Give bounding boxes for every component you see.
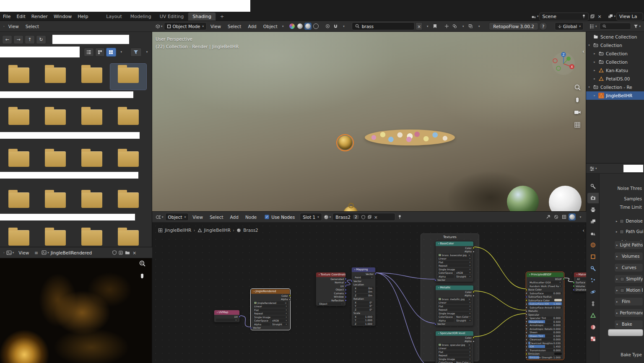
shader-type-select[interactable]: Object▾ [165, 213, 189, 221]
outliner-item-collection[interactable]: ▾Collection [586, 41, 644, 49]
viewlayer-browse-button[interactable]: ▾ [607, 13, 616, 21]
node-object-field[interactable]: Object◦ [316, 302, 345, 306]
file-folder-item[interactable] [37, 189, 73, 215]
expand-arrow[interactable]: ▾ [616, 323, 620, 326]
properties-tab-world[interactable] [587, 240, 599, 250]
breadcrumb-object[interactable]: JingleBellHR [165, 228, 191, 233]
node-slider-subsurface-anisotropy[interactable]: Subsurface Anisotropy0.000 [527, 306, 564, 309]
bake-button[interactable] [608, 329, 643, 336]
input-socket[interactable] [525, 346, 527, 348]
clear-search-button[interactable]: × [415, 22, 423, 30]
node-dropdown-linear[interactable]: Linear▾ [436, 347, 473, 350]
viewport-canvas[interactable]: User Perspective (22) Collection - Rende… [152, 32, 586, 212]
editor-type-button[interactable]: ▾ [155, 213, 164, 221]
output-socket[interactable] [473, 295, 475, 297]
properties-tab-view-layer[interactable] [587, 216, 599, 227]
input-socket[interactable] [525, 328, 527, 330]
output-socket[interactable] [563, 278, 565, 280]
breadcrumb-mesh[interactable]: JingleBellHR [204, 228, 231, 233]
new-scene-button[interactable] [589, 13, 596, 21]
node-mapping[interactable]: ▾MappingVectorPoint▾VectorLocationX0mY0m… [351, 267, 376, 326]
input-socket[interactable] [525, 353, 527, 355]
section-checkbox[interactable] [620, 277, 624, 281]
editor-type-button[interactable]: ▾ [155, 22, 163, 30]
breadcrumb-material[interactable]: Brass2 [243, 228, 258, 233]
properties-tab-scene[interactable] [587, 228, 599, 239]
node-header[interactable]: ▾BaseColor [436, 241, 473, 246]
node-slider-subsurface-ior[interactable]: Subsurface IOR1.400 [527, 302, 564, 306]
rendered-image-canvas[interactable] [0, 258, 152, 363]
thumbnail-view-button[interactable] [106, 48, 116, 57]
expand-arrow[interactable]: ▸ [616, 255, 620, 258]
node-dropdown-repeat[interactable]: Repeat▾ [436, 308, 473, 312]
delete-scene-button[interactable]: × [596, 13, 603, 21]
overlays-dropdown[interactable]: ▾ [459, 22, 466, 30]
node-specular-ior-level[interactable]: ▾Specular/IOR levelColorAlphabrass_specu… [435, 331, 474, 363]
tab-layout[interactable]: Layout [102, 13, 126, 21]
node-dropdown-all[interactable]: All▾ [574, 277, 586, 281]
node-texture-coordinate[interactable]: ▾Texture CoordinateGeneratedNormalUVObje… [316, 272, 346, 306]
node-dropdown-repeat[interactable]: Repeat▾ [436, 264, 473, 268]
transform-orientation-select[interactable]: Global▾ [555, 22, 584, 30]
shading-options-dropdown[interactable]: ▾ [576, 213, 584, 221]
input-socket[interactable] [250, 327, 252, 329]
properties-tab-particles[interactable] [587, 275, 599, 285]
input-socket[interactable] [525, 356, 527, 358]
input-socket[interactable] [525, 317, 527, 319]
file-folder-item[interactable] [110, 226, 146, 247]
output-socket[interactable] [345, 299, 347, 301]
section-checkbox[interactable] [620, 219, 624, 223]
node-slider-sheen-tint[interactable]: Sheen Tint0.500 [527, 334, 564, 338]
properties-section-bake[interactable]: ▾Bake [614, 320, 643, 329]
pan-tool-icon[interactable] [574, 96, 581, 104]
input-socket[interactable] [525, 289, 527, 291]
vertical-list-button[interactable] [84, 48, 94, 57]
node-slider-roughness[interactable]: Roughness0.500 [527, 320, 564, 324]
node-number-z[interactable]: Z1.000 [352, 322, 375, 326]
node-dropdown-multiscatter-ggx[interactable]: Multiscatter GGX▾ [527, 281, 564, 285]
output-socket[interactable] [473, 247, 475, 249]
image-browse-button[interactable]: ▾ [41, 249, 50, 257]
node-field-alpha[interactable]: AlphaStraight▾ [436, 319, 473, 322]
help-button[interactable]: ? [539, 22, 547, 30]
output-socket[interactable] [374, 273, 377, 275]
bell-object-selected[interactable] [338, 136, 352, 150]
input-socket[interactable] [525, 306, 527, 309]
file-folder-item[interactable] [74, 64, 110, 90]
node-dropdown-repeat[interactable]: Repeat▾ [251, 312, 290, 316]
node-slider-subsurface[interactable]: Subsurface0.000 [527, 291, 564, 295]
node-dropdown-item[interactable]: ▾ [214, 319, 239, 322]
editor-corner-icon[interactable]: › [3, 251, 5, 254]
node-field-alpha[interactable]: AlphaStraight▾ [251, 322, 290, 326]
node-slider-sheen[interactable]: Sheen0.000 [527, 331, 564, 334]
node-image-field[interactable]: brass_metallic.jpg× [436, 297, 473, 301]
node-header[interactable]: ▾Texture Coordinate [316, 272, 345, 277]
node-field-colorspace[interactable]: ColorSpacesRGB▾ [251, 319, 290, 323]
file-folder-item[interactable] [74, 226, 110, 247]
file-folder-item[interactable] [110, 106, 146, 132]
node-number-x[interactable]: X1.000 [352, 315, 375, 319]
input-socket[interactable] [525, 321, 527, 323]
properties-section-simplify[interactable]: ▸Simplify [614, 275, 643, 283]
rendered-shading-button[interactable] [304, 23, 312, 30]
go-parent-node-tree-icon[interactable] [545, 213, 552, 221]
input-socket[interactable] [351, 280, 353, 282]
zoom-in-icon[interactable] [139, 260, 146, 268]
output-socket[interactable] [473, 340, 475, 342]
menu-view[interactable]: View [208, 23, 224, 30]
fake-user-icon[interactable] [112, 250, 117, 255]
file-folder-item[interactable] [110, 189, 146, 215]
node-dropdown-random-walk-fixed-radius[interactable]: Random Walk (Fixed Radius)▾ [527, 284, 564, 288]
editor-corner-icon[interactable]: › [3, 25, 5, 28]
toggle-grid-icon[interactable] [574, 122, 581, 129]
file-folder-item[interactable] [37, 148, 73, 174]
section-checkbox[interactable] [620, 230, 624, 234]
fake-user-icon[interactable] [361, 215, 365, 219]
properties-tab-physics[interactable] [587, 287, 599, 297]
snap-magnet-icon[interactable] [332, 22, 339, 30]
output-socket[interactable] [345, 282, 347, 284]
expand-arrow[interactable]: ▸ [592, 60, 597, 64]
file-folder-item[interactable] [74, 106, 110, 132]
expand-arrow[interactable]: ▸ [616, 277, 618, 281]
node-jinglerendered[interactable]: ▾JingleRenderedColorAlphaJingleRendered×… [251, 289, 290, 330]
